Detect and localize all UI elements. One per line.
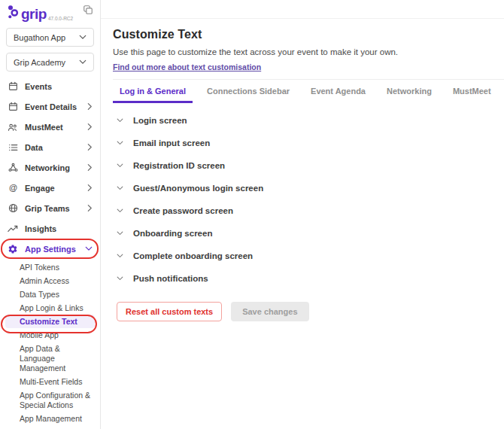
tab-bar: Log in & GeneralConnections SidebarEvent…: [113, 79, 504, 103]
accordion-label: Guest/Anonymous login screen: [133, 184, 263, 193]
text-customisation-link[interactable]: Find out more about text customisation: [113, 62, 261, 72]
chevron-right-icon: [87, 102, 93, 111]
copy-icon[interactable]: [83, 5, 93, 18]
chevron-right-icon: [87, 163, 93, 172]
page-title: Customize Text: [113, 28, 504, 41]
svg-text:@: @: [8, 183, 17, 192]
sidebar-item-networking[interactable]: Networking: [0, 157, 100, 178]
subnav-item-admin-access[interactable]: Admin Access: [0, 274, 100, 288]
accordion-label: Create password screen: [133, 206, 233, 215]
people-icon: [8, 123, 18, 132]
subnav-item-api-documentation[interactable]: API Documentation: [0, 425, 100, 429]
accordion-login-screen[interactable]: Login screen: [113, 109, 504, 132]
subnav-item-app-configuration-special-actions[interactable]: App Configuration & Special Actions: [0, 388, 100, 412]
grip-logo-icon: [8, 5, 19, 22]
chevron-right-icon: [87, 204, 93, 212]
chevron-down-icon: [79, 35, 87, 40]
accordion-label: Email input screen: [133, 138, 210, 148]
reset-all-custom-texts-button[interactable]: Reset all custom texts: [117, 302, 222, 321]
subnav-item-multi-event-fields[interactable]: Multi-Event Fields: [0, 375, 100, 388]
chevron-down-small-icon: [117, 254, 123, 258]
accordion-guest-anonymous-login-screen[interactable]: Guest/Anonymous login screen: [113, 177, 504, 199]
chevron-down-small-icon: [117, 208, 123, 213]
tab-networking[interactable]: Networking: [380, 80, 439, 103]
sidebar-item-label: Event Details: [25, 102, 77, 111]
at-icon: @: [8, 183, 18, 193]
main-header-strip: [101, 0, 504, 19]
sidebar-item-insights[interactable]: Insights: [0, 218, 100, 239]
tab-event-agenda[interactable]: Event Agenda: [304, 80, 372, 103]
subnav-item-mobile-app[interactable]: Mobile App: [0, 328, 100, 342]
trend-icon: [8, 224, 18, 233]
accordion-push-notifications[interactable]: Push notifications: [113, 267, 504, 290]
accordion-label: Login screen: [133, 116, 187, 125]
tab-mustmeet[interactable]: MustMeet: [446, 80, 498, 103]
app-selector-dropdown-1[interactable]: Bugathon App: [6, 28, 94, 47]
accordion-onboarding-screen[interactable]: Onboarding screen: [113, 222, 504, 245]
app-selectors: Bugathon AppGrip Academy: [0, 28, 100, 72]
page-description: Use this page to customize the text acro…: [113, 47, 504, 57]
sidebar-item-label: Data: [25, 143, 43, 152]
sidebar-item-label: Grip Teams: [25, 204, 70, 213]
subnav-item-customize-text[interactable]: Customize Text: [5, 315, 95, 328]
sidebar-item-label: Engage: [25, 184, 55, 193]
sidebar-item-mustmeet[interactable]: MustMeet: [0, 117, 100, 137]
gear-icon: [8, 244, 18, 254]
sidebar-item-engage[interactable]: @Engage: [0, 178, 100, 198]
selector-label: Bugathon App: [14, 33, 65, 42]
subnav-item-api-tokens[interactable]: API Tokens: [0, 260, 100, 274]
chevron-right-icon: [87, 143, 93, 151]
main-content: Customize Text Use this page to customiz…: [101, 0, 504, 429]
app-settings-subnav: API TokensAdmin AccessData TypesApp Logi…: [0, 260, 100, 429]
subnav-item-app-management[interactable]: App Management: [0, 412, 100, 425]
sidebar-item-event-details[interactable]: Event Details: [0, 96, 100, 117]
accordion-label: Onboarding screen: [133, 229, 212, 238]
chevron-down-small-icon: [117, 276, 123, 281]
sidebar-item-label: Insights: [25, 224, 56, 233]
subnav-item-data-types[interactable]: Data Types: [0, 288, 100, 301]
accordion-sections: Login screenEmail input screenRegistrati…: [113, 109, 504, 290]
sidebar-item-grip-teams[interactable]: Grip Teams: [0, 198, 100, 218]
tab-connections-sidebar[interactable]: Connections Sidebar: [200, 80, 296, 103]
accordion-complete-onboarding-screen[interactable]: Complete onboarding screen: [113, 245, 504, 267]
accordion-label: Registration ID screen: [133, 161, 225, 170]
sidebar-item-app-settings[interactable]: App Settings: [0, 239, 100, 259]
accordion-email-input-screen[interactable]: Email input screen: [113, 132, 504, 154]
sidebar-item-label: App Settings: [25, 245, 76, 254]
chevron-down-small-icon: [117, 163, 123, 168]
logo-text: grip: [21, 7, 47, 22]
subnav-item-app-data-language-management[interactable]: App Data & Language Management: [0, 342, 100, 375]
calendar-icon: [8, 102, 18, 111]
save-changes-button[interactable]: Save changes: [231, 302, 308, 321]
chevron-down-icon: [85, 246, 93, 251]
chevron-right-icon: [87, 184, 93, 192]
accordion-label: Complete onboarding screen: [133, 251, 253, 260]
chevron-down-icon: [79, 59, 87, 65]
app-window: grip 47.0.0-RC2 Bugathon AppGrip Academy…: [0, 0, 504, 429]
version-label: 47.0.0-RC2: [48, 16, 73, 21]
chevron-down-small-icon: [117, 186, 123, 190]
calendar-icon: [8, 81, 18, 91]
network-icon: [8, 163, 18, 172]
accordion-registration-id-screen[interactable]: Registration ID screen: [113, 154, 504, 177]
selector-label: Grip Academy: [14, 58, 65, 67]
chevron-down-small-icon: [117, 141, 123, 145]
sidebar-item-label: Networking: [25, 163, 70, 172]
sidebar-item-events[interactable]: Events: [0, 76, 100, 96]
sidebar-item-data[interactable]: Data: [0, 137, 100, 157]
tab-log-in-general[interactable]: Log in & General: [113, 80, 193, 103]
chevron-down-small-icon: [117, 118, 123, 123]
subnav-item-app-login-links[interactable]: App Login & Links: [0, 301, 100, 315]
chevron-right-icon: [87, 123, 93, 131]
accordion-create-password-screen[interactable]: Create password screen: [113, 199, 504, 222]
globe-icon: [8, 203, 18, 213]
list-icon: [8, 143, 18, 152]
app-selector-dropdown-2[interactable]: Grip Academy: [6, 53, 94, 72]
chevron-down-small-icon: [117, 231, 123, 236]
actions-row: Reset all custom texts Save changes: [113, 302, 504, 321]
sidebar: grip 47.0.0-RC2 Bugathon AppGrip Academy…: [0, 0, 101, 429]
sidebar-item-label: MustMeet: [25, 123, 63, 132]
accordion-label: Push notifications: [133, 274, 208, 283]
sidebar-nav: EventsEvent DetailsMustMeetDataNetworkin…: [0, 76, 100, 259]
sidebar-item-label: Events: [25, 82, 52, 91]
